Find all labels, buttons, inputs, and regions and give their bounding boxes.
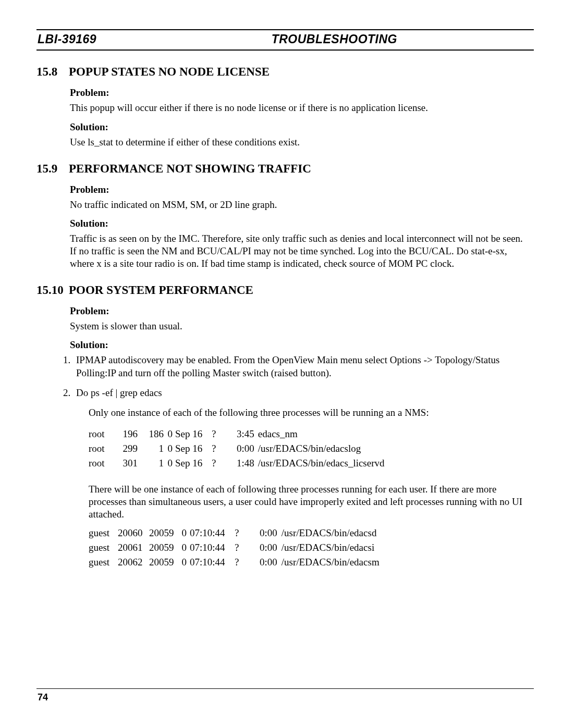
section-15-8: 15.8 POPUP STATES NO NODE LICENSE Proble… [36,65,534,149]
cell-c: 0 [166,441,175,456]
page-footer: 74 [36,688,534,703]
cell-time: 0:00 [244,526,280,540]
solution-text: Use ls_stat to determine if either of th… [70,136,531,149]
section-15-9: 15.9 PERFORMANCE NOT SHOWING TRAFFIC Pro… [36,162,534,270]
cell-date: 07:10:44 [190,540,235,555]
heading-15-8: 15.8 POPUP STATES NO NODE LICENSE [36,65,534,79]
solution-text: Traffic is as seen on by the IMC. Theref… [70,232,531,269]
problem-label: Problem: [70,305,534,317]
cell-user: root [89,456,118,471]
cell-pid: 196 [118,427,142,441]
cell-time: 3:45 [221,427,257,441]
user-process-note: There will be one instance of each of fo… [89,483,531,521]
cell-pid: 299 [118,441,142,456]
table-row: root1961860Sep 16?3:45edacs_nm [89,427,387,441]
cell-user: root [89,441,118,456]
cell-user: guest [89,526,118,540]
cell-user: root [89,427,118,441]
cell-pid: 20061 [118,540,149,555]
section-15-10: 15.10 POOR SYSTEM PERFORMANCE Problem: S… [36,283,534,570]
heading-15-10: 15.10 POOR SYSTEM PERFORMANCE [36,283,534,297]
solution-label: Solution: [70,339,534,351]
list-item: IPMAP autodiscovery may be enabled. From… [73,354,531,379]
table-row: guest2006120059007:10:44?0:00/usr/EDACS/… [89,540,383,555]
cell-c: 0 [180,555,190,570]
list-item: Do ps -ef | grep edacs [73,387,531,399]
solution-label: Solution: [70,121,534,133]
nms-process-note: Only one instance of each of the followi… [89,406,531,419]
cell-cmd: edacs_nm [257,427,387,441]
cell-ppid: 20059 [149,526,180,540]
cell-cmd: /usr/EDACS/bin/edacsd [280,526,383,540]
cell-tty: ? [235,526,244,540]
cell-ppid: 20059 [149,555,180,570]
cell-user: guest [89,540,118,555]
cell-date: Sep 16 [175,441,212,456]
nms-process-table: root1961860Sep 16?3:45edacs_nmroot29910S… [89,427,387,471]
heading-number: 15.8 [36,65,65,79]
cell-pid: 20062 [118,555,149,570]
cell-date: 07:10:44 [190,555,235,570]
heading-number: 15.10 [36,283,65,297]
cell-time: 0:00 [221,441,257,456]
solution-steps: IPMAP autodiscovery may be enabled. From… [73,354,531,399]
cell-cmd: /usr/EDACS/bin/edacsi [280,540,383,555]
cell-date: Sep 16 [175,427,212,441]
cell-tty: ? [212,456,221,471]
table-row: root29910Sep 16?0:00/usr/EDACS/bin/edacs… [89,441,387,456]
problem-label: Problem: [70,87,534,98]
cell-date: Sep 16 [175,456,212,471]
solution-label: Solution: [70,218,534,229]
page-header: LBI-39169 TROUBLESHOOTING [36,30,534,50]
cell-tty: ? [235,555,244,570]
heading-title: POOR SYSTEM PERFORMANCE [69,283,253,297]
page-number: 74 [36,689,534,703]
cell-c: 0 [180,540,190,555]
cell-ppid: 1 [142,456,166,471]
cell-tty: ? [212,441,221,456]
cell-pid: 20060 [118,526,149,540]
cell-c: 0 [180,526,190,540]
problem-text: No traffic indicated on MSM, SM, or 2D l… [70,199,531,211]
step-2: Do ps -ef | grep edacs [76,387,162,398]
cell-cmd: /usr/EDACS/bin/edacslog [257,441,387,456]
cell-ppid: 1 [142,441,166,456]
cell-time: 1:48 [221,456,257,471]
cell-c: 0 [166,456,175,471]
heading-title: POPUP STATES NO NODE LICENSE [69,65,270,79]
heading-15-9: 15.9 PERFORMANCE NOT SHOWING TRAFFIC [36,162,534,176]
cell-date: 07:10:44 [190,526,235,540]
heading-title: PERFORMANCE NOT SHOWING TRAFFIC [69,162,311,176]
cell-cmd: /usr/EDACS/bin/edacsm [280,555,383,570]
cell-ppid: 186 [142,427,166,441]
cell-time: 0:00 [244,540,280,555]
cell-ppid: 20059 [149,540,180,555]
cell-tty: ? [212,427,221,441]
cell-c: 0 [166,427,175,441]
table-row: guest2006020059007:10:44?0:00/usr/EDACS/… [89,526,383,540]
table-row: guest2006220059007:10:44?0:00/usr/EDACS/… [89,555,383,570]
user-process-table: guest2006020059007:10:44?0:00/usr/EDACS/… [89,526,383,570]
cell-tty: ? [235,540,244,555]
doc-title: TROUBLESHOOTING [272,32,397,46]
content: 15.8 POPUP STATES NO NODE LICENSE Proble… [36,51,534,570]
cell-cmd: /usr/EDACS/bin/edacs_licservd [257,456,387,471]
problem-label: Problem: [70,184,534,195]
problem-text: This popup will occur either if there is… [70,102,531,114]
heading-number: 15.9 [36,162,65,176]
doc-id: LBI-39169 [38,32,96,46]
cell-user: guest [89,555,118,570]
page: LBI-39169 TROUBLESHOOTING 15.8 POPUP STA… [36,29,534,703]
table-row: root30110Sep 16?1:48/usr/EDACS/bin/edacs… [89,456,387,471]
cell-time: 0:00 [244,555,280,570]
step-1: IPMAP autodiscovery may be enabled. From… [76,354,499,378]
problem-text: System is slower than usual. [70,320,531,332]
cell-pid: 301 [118,456,142,471]
